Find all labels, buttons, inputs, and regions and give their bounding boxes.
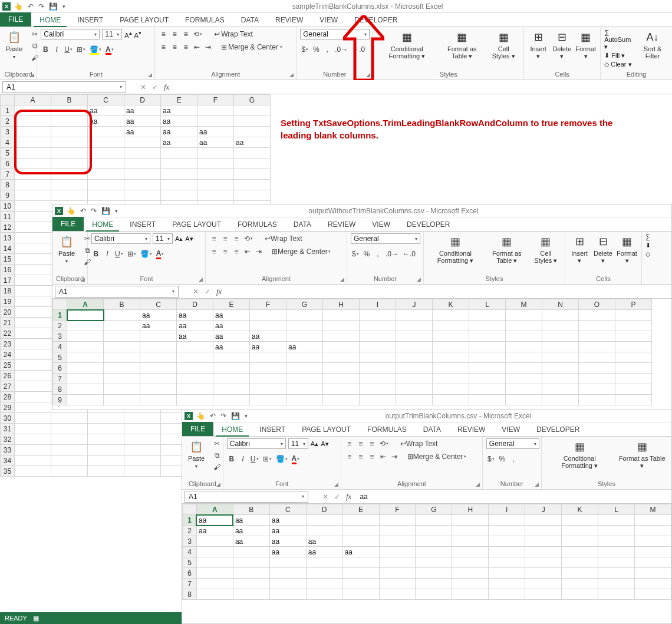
cell[interactable] bbox=[525, 526, 562, 536]
cell[interactable] bbox=[51, 105, 88, 116]
cell[interactable] bbox=[15, 137, 51, 148]
cell[interactable] bbox=[250, 363, 286, 374]
cell[interactable] bbox=[579, 321, 615, 331]
row-header[interactable]: 17 bbox=[1, 275, 15, 286]
cell[interactable] bbox=[161, 169, 197, 180]
column-header[interactable]: D bbox=[306, 504, 342, 515]
cell[interactable] bbox=[615, 374, 652, 384]
cell[interactable] bbox=[104, 331, 140, 342]
cell[interactable] bbox=[88, 434, 124, 445]
cell[interactable]: aa bbox=[250, 342, 286, 352]
cell[interactable] bbox=[67, 321, 104, 331]
cell[interactable] bbox=[234, 105, 271, 116]
column-header[interactable]: K bbox=[562, 504, 598, 515]
cell[interactable]: aa bbox=[269, 515, 306, 526]
cell[interactable] bbox=[233, 547, 269, 557]
font-name-combo[interactable]: Calibri▾ bbox=[41, 29, 100, 39]
spreadsheet-grid[interactable]: ABCDEFGHIJKLMNOP1aaaaaa2aaaaaa3aaaaaa4aa… bbox=[52, 299, 671, 405]
cell[interactable] bbox=[525, 589, 562, 600]
cell[interactable] bbox=[140, 363, 177, 374]
cell[interactable] bbox=[67, 395, 104, 405]
cell[interactable] bbox=[104, 321, 140, 331]
cell[interactable] bbox=[15, 413, 51, 424]
cell[interactable] bbox=[306, 526, 342, 536]
column-header[interactable]: M bbox=[506, 299, 542, 310]
cell[interactable]: aa bbox=[177, 331, 213, 342]
cell[interactable] bbox=[197, 180, 234, 190]
align-top-button[interactable]: ≡ bbox=[159, 29, 168, 39]
cell[interactable] bbox=[15, 339, 51, 349]
cell[interactable]: aa bbox=[177, 310, 213, 321]
cell[interactable] bbox=[433, 331, 469, 342]
cell[interactable] bbox=[88, 424, 124, 434]
cell[interactable] bbox=[469, 395, 506, 405]
column-header[interactable]: G bbox=[286, 299, 323, 310]
cell[interactable]: aa bbox=[161, 105, 197, 116]
cell[interactable] bbox=[506, 331, 542, 342]
cell[interactable] bbox=[67, 384, 104, 395]
cell[interactable] bbox=[15, 434, 51, 445]
column-header[interactable]: A bbox=[15, 95, 51, 105]
cell[interactable] bbox=[396, 331, 433, 342]
column-header[interactable]: J bbox=[396, 299, 433, 310]
cell[interactable]: aa bbox=[233, 515, 269, 526]
cell[interactable] bbox=[379, 547, 416, 557]
tab-page-layout[interactable]: PAGE LAYOUT bbox=[111, 14, 177, 27]
name-box[interactable]: A1▾ bbox=[2, 81, 126, 93]
fx-icon[interactable]: fx bbox=[216, 287, 222, 296]
tab-home[interactable]: HOME bbox=[31, 14, 69, 27]
cell[interactable] bbox=[197, 159, 234, 169]
cell[interactable] bbox=[634, 547, 671, 557]
column-header[interactable]: D bbox=[124, 95, 161, 105]
cell[interactable] bbox=[342, 589, 379, 600]
column-header[interactable]: A bbox=[196, 504, 233, 515]
cell[interactable] bbox=[51, 127, 88, 137]
column-header[interactable]: L bbox=[469, 299, 506, 310]
column-header[interactable]: I bbox=[489, 504, 525, 515]
cell[interactable] bbox=[124, 424, 161, 434]
cell[interactable] bbox=[161, 180, 197, 190]
cell[interactable] bbox=[396, 310, 433, 321]
row-header[interactable]: 22 bbox=[1, 328, 15, 339]
cell[interactable] bbox=[250, 374, 286, 384]
cell[interactable] bbox=[213, 352, 250, 363]
column-header[interactable]: G bbox=[234, 95, 271, 105]
cell[interactable] bbox=[286, 331, 323, 342]
tab-data[interactable]: DATA bbox=[233, 14, 267, 27]
cell[interactable] bbox=[598, 515, 635, 526]
cell[interactable] bbox=[396, 384, 433, 395]
formula-input[interactable]: aa bbox=[360, 493, 367, 501]
row-header[interactable]: 21 bbox=[1, 318, 15, 328]
cell[interactable] bbox=[51, 137, 88, 148]
tab-page-layout[interactable]: PAGE LAYOUT bbox=[294, 423, 359, 436]
number-format-combo[interactable]: General▾ bbox=[351, 233, 420, 244]
tab-formulas[interactable]: FORMULAS bbox=[229, 218, 285, 231]
cell[interactable]: aa bbox=[286, 342, 323, 352]
cell[interactable] bbox=[88, 466, 124, 477]
cell[interactable] bbox=[396, 374, 433, 384]
cell[interactable] bbox=[506, 352, 542, 363]
row-header[interactable]: 26 bbox=[1, 371, 15, 381]
cell[interactable] bbox=[579, 374, 615, 384]
insert-cells-button[interactable]: ⊞Insert▾ bbox=[569, 233, 590, 265]
cell[interactable] bbox=[525, 557, 562, 568]
delete-cells-button[interactable]: ⊟Delete▾ bbox=[592, 233, 614, 265]
cell[interactable] bbox=[542, 384, 579, 395]
cell[interactable] bbox=[15, 392, 51, 402]
row-header[interactable]: 6 bbox=[1, 159, 15, 169]
fx-cancel-icon[interactable]: ✕ bbox=[322, 493, 328, 501]
cell[interactable] bbox=[140, 374, 177, 384]
wrap-text-button[interactable]: ↩ Wrap Text bbox=[213, 29, 254, 39]
cell[interactable] bbox=[396, 395, 433, 405]
row-header[interactable]: 20 bbox=[1, 307, 15, 318]
cell[interactable] bbox=[67, 342, 104, 352]
cell[interactable] bbox=[615, 363, 652, 374]
tab-home[interactable]: HOME bbox=[84, 218, 121, 231]
cell[interactable] bbox=[506, 374, 542, 384]
cell[interactable] bbox=[250, 384, 286, 395]
percent-button[interactable]: % bbox=[311, 44, 321, 55]
format-cells-button[interactable]: ▦Format▾ bbox=[575, 29, 597, 61]
cell[interactable] bbox=[140, 395, 177, 405]
cell[interactable] bbox=[342, 526, 379, 536]
cell[interactable] bbox=[67, 310, 104, 321]
